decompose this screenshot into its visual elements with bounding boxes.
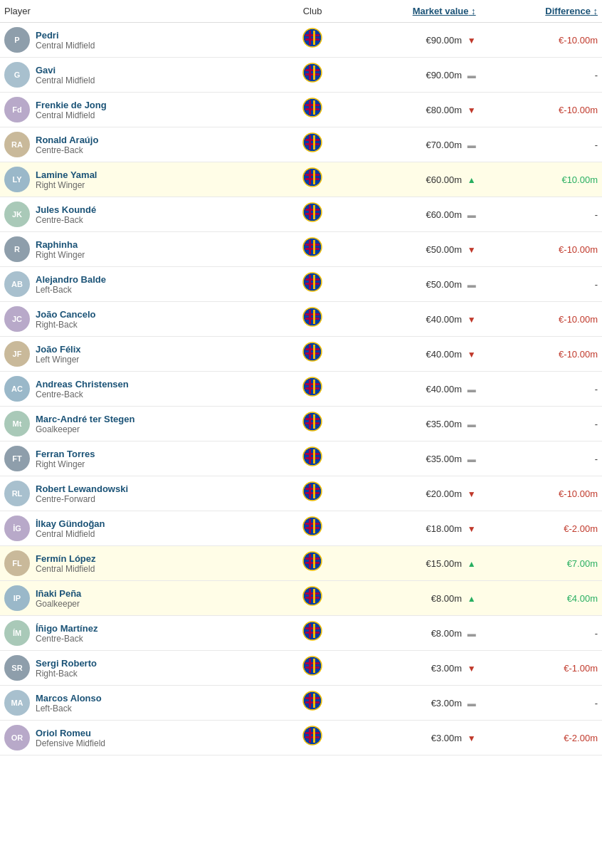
club-cell — [282, 476, 343, 511]
svg-rect-57 — [309, 345, 311, 359]
market-value-sort-link[interactable]: Market value ↕ — [413, 6, 476, 16]
difference-sort-link[interactable]: Difference ↕ — [545, 6, 598, 16]
svg-rect-7 — [305, 69, 320, 71]
player-name[interactable]: Jules Koundé — [36, 204, 96, 215]
player-name[interactable]: Iñaki Peña — [36, 588, 81, 599]
svg-rect-58 — [313, 345, 315, 359]
market-value-cell: €60.00m ▬ — [343, 197, 480, 232]
difference-cell: €-10.00m — [480, 337, 602, 372]
trend-up-icon: ▲ — [468, 175, 476, 185]
player-name[interactable]: João Cancelo — [36, 309, 96, 320]
svg-rect-19 — [305, 139, 320, 141]
market-value-cell: €50.00m ▼ — [343, 232, 480, 267]
club-cell — [282, 337, 343, 372]
trend-down-icon: ▼ — [468, 350, 476, 360]
difference-value: - — [595, 279, 598, 290]
player-cell: FL Fermín López Central Midfield — [0, 546, 282, 581]
market-value-cell: €3.00m ▼ — [343, 721, 480, 755]
club-badge-icon — [302, 202, 322, 226]
club-badge-icon — [302, 98, 322, 122]
player-position: Left-Back — [36, 285, 106, 295]
club-badge-icon — [302, 656, 322, 680]
difference-value: €-10.00m — [559, 488, 598, 499]
player-name[interactable]: İlkay Gündoğan — [36, 518, 105, 529]
player-name[interactable]: Marcos Alonso — [36, 693, 102, 704]
market-value-cell: €20.00m ▼ — [343, 476, 480, 511]
club-column-header: Club — [282, 0, 343, 23]
svg-rect-118 — [313, 694, 315, 708]
table-row: FT Ferran Torres Right Winger €35.00m ▬ … — [0, 441, 602, 476]
svg-rect-63 — [309, 380, 311, 394]
svg-rect-39 — [309, 240, 311, 254]
market-value-amount: €18.00m — [426, 523, 463, 534]
svg-rect-91 — [305, 558, 320, 560]
difference-column-header[interactable]: Difference ↕ — [480, 0, 602, 23]
club-cell — [282, 616, 343, 651]
market-value-amount: €8.00m — [431, 628, 462, 639]
market-value-cell: €70.00m ▬ — [343, 127, 480, 162]
player-name[interactable]: Oriol Romeu — [36, 728, 91, 738]
player-name[interactable]: Pedri — [36, 30, 59, 41]
avatar: SR — [4, 655, 30, 681]
avatar: Mt — [4, 411, 30, 436]
market-value-amount: €35.00m — [426, 454, 462, 464]
avatar: RA — [4, 132, 30, 157]
difference-cell: €-10.00m — [480, 23, 602, 58]
avatar: MA — [4, 690, 30, 716]
player-name[interactable]: Íñigo Martínez — [36, 623, 97, 634]
player-name[interactable]: Lamine Yamal — [36, 169, 97, 180]
player-name[interactable]: Raphinha — [36, 239, 78, 250]
player-cell: ÍM Íñigo Martínez Centre-Back — [0, 616, 282, 651]
difference-value: - — [595, 419, 598, 429]
svg-rect-14 — [305, 108, 320, 110]
trend-down-icon: ▼ — [468, 524, 476, 534]
club-cell — [282, 302, 343, 337]
market-value-cell: €8.00m ▬ — [343, 616, 480, 651]
svg-rect-43 — [305, 278, 320, 281]
player-name[interactable]: Gavi — [36, 65, 56, 75]
table-row: RA Ronald Araújo Centre-Back €70.00m ▬ - — [0, 127, 602, 162]
trend-neutral-icon: ▬ — [468, 140, 476, 150]
player-cell: Fd Frenkie de Jong Central Midfield — [0, 93, 282, 127]
player-position: Central Midfield — [36, 529, 105, 539]
club-cell — [282, 407, 343, 441]
player-name[interactable]: Ronald Araújo — [36, 135, 98, 145]
market-value-cell: €40.00m ▬ — [343, 372, 480, 407]
trend-neutral-icon: ▬ — [468, 280, 476, 290]
market-value-amount: €20.00m — [426, 488, 463, 499]
player-name[interactable]: Frenkie de Jong — [36, 100, 107, 110]
table-row: JK Jules Koundé Centre-Back €60.00m ▬ - — [0, 197, 602, 232]
difference-value: - — [595, 454, 598, 464]
club-badge-icon — [302, 132, 322, 157]
difference-value: - — [595, 209, 598, 220]
player-column-header: Player — [0, 0, 282, 23]
svg-rect-61 — [305, 383, 320, 385]
player-info: Iñaki Peña Goalkeeper — [36, 588, 81, 609]
player-name[interactable]: Sergi Roberto — [36, 658, 97, 669]
player-info: Oriol Romeu Defensive Midfield — [36, 728, 105, 748]
player-name[interactable]: Robert Lewandowski — [36, 483, 128, 494]
player-cell: RA Ronald Araújo Centre-Back — [0, 127, 282, 162]
svg-rect-37 — [305, 244, 320, 246]
svg-rect-4 — [313, 31, 315, 45]
difference-cell: - — [480, 372, 602, 407]
player-name[interactable]: Ferran Torres — [36, 449, 95, 459]
svg-rect-25 — [305, 174, 320, 176]
svg-rect-10 — [313, 66, 315, 80]
player-position: Goalkeeper — [36, 424, 134, 434]
difference-cell: €10.00m — [480, 162, 602, 197]
player-cell: OR Oriol Romeu Defensive Midfield — [0, 721, 282, 755]
difference-value: - — [595, 628, 598, 639]
market-value-column-header[interactable]: Market value ↕ — [343, 0, 480, 23]
player-name[interactable]: Marc-André ter Stegen — [36, 414, 134, 424]
market-value-amount: €60.00m — [426, 174, 463, 185]
player-info: Andreas Christensen Centre-Back — [36, 379, 129, 399]
player-position: Right-Back — [36, 320, 96, 330]
player-info: Alejandro Balde Left-Back — [36, 274, 106, 295]
player-name[interactable]: Alejandro Balde — [36, 274, 106, 285]
player-name[interactable]: João Félix — [36, 344, 81, 355]
player-name[interactable]: Andreas Christensen — [36, 379, 129, 389]
avatar: AC — [4, 376, 30, 402]
player-name[interactable]: Fermín López — [36, 553, 96, 564]
difference-cell: - — [480, 197, 602, 232]
